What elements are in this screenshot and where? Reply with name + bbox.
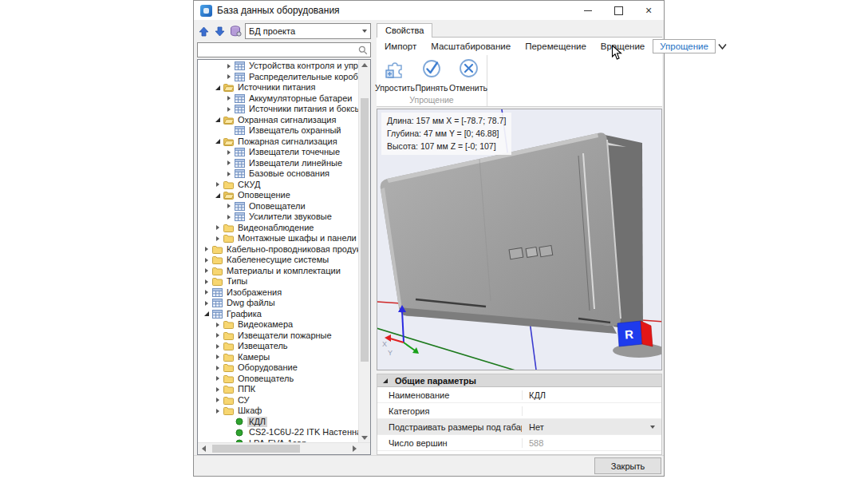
expander-icon[interactable] [225, 213, 233, 221]
ribbon-tab-5[interactable]: Упрощение [653, 39, 716, 53]
database-settings-button[interactable] [229, 24, 242, 38]
database-select[interactable]: БД проекта [245, 23, 371, 39]
ribbon-tab-1[interactable]: Импорт [378, 40, 423, 53]
expander-icon[interactable] [214, 386, 222, 394]
tree-item[interactable]: Устройства контроля и управлен [198, 61, 359, 72]
expander-icon[interactable] [214, 180, 222, 188]
property-value[interactable]: КДЛ [523, 390, 661, 400]
tab-properties[interactable]: Свойства [377, 23, 432, 38]
tree-item[interactable]: Извещатель охранный [198, 125, 359, 137]
tree-item[interactable]: Извещатели пожарные [198, 331, 359, 342]
scroll-left-icon[interactable] [198, 443, 209, 453]
tree-item[interactable]: Кабеленесущие системы [198, 255, 359, 266]
expander-icon[interactable] [214, 342, 222, 350]
tree-item[interactable]: Охранная сигнализация [198, 115, 359, 126]
orientation-cube[interactable]: R [617, 321, 653, 346]
expander-icon[interactable] [214, 407, 222, 415]
tree-item[interactable]: Dwg файлы [198, 298, 359, 309]
dropdown-chevron-icon[interactable] [650, 426, 655, 429]
отменить-button[interactable]: Отменить [450, 57, 487, 93]
tree-item[interactable]: Камеры [198, 352, 359, 363]
expander-icon[interactable] [214, 235, 222, 243]
property-value[interactable]: Нет [523, 422, 661, 432]
property-row[interactable]: Категория [377, 403, 661, 419]
ribbon-tab-3[interactable]: Перемещение [519, 40, 593, 53]
scroll-right-icon[interactable] [349, 443, 360, 453]
tree-item[interactable]: Видеонаблюдение [198, 223, 359, 234]
move-down-button[interactable] [213, 24, 226, 38]
tree-item[interactable]: Источники питания [198, 82, 359, 93]
tree-item[interactable]: Извещатели точечные [198, 147, 359, 158]
expander-icon[interactable] [214, 137, 222, 145]
tree-item[interactable]: Оповещатель [198, 374, 359, 385]
search-input[interactable] [200, 45, 358, 56]
dialog-close-button[interactable]: Закрыть [594, 457, 661, 474]
group-expander-icon[interactable] [381, 377, 389, 385]
expander-icon[interactable] [225, 94, 233, 102]
tree-item[interactable]: Материалы и комплектации [198, 266, 359, 277]
collapse-ribbon-chevron-icon[interactable] [717, 39, 728, 53]
expander-icon[interactable] [214, 331, 222, 339]
expander-icon[interactable] [203, 278, 211, 286]
expander-icon[interactable] [214, 116, 222, 124]
tree-item[interactable]: ППК [198, 384, 359, 395]
tree-item[interactable]: CS2-1C6U-22 ITK Настенная инф.роз [198, 427, 359, 438]
model-3d-viewport[interactable]: Длина: 157 мм X = [-78.7; 78.7]Глубина: … [377, 109, 662, 370]
property-row[interactable]: НаименованиеКДЛ [377, 387, 661, 403]
move-up-button[interactable] [197, 24, 210, 38]
expander-icon[interactable] [203, 299, 211, 307]
horizontal-scroll-thumb[interactable] [212, 445, 300, 453]
tree-item[interactable]: Видеокамера [198, 319, 359, 331]
vertical-scroll-thumb[interactable] [361, 98, 369, 362]
tree-item[interactable]: Аккумуляторные батареи [198, 93, 359, 105]
expander-icon[interactable] [225, 170, 233, 178]
tree-item[interactable]: Пожарная сигнализация [198, 137, 359, 148]
tree-item[interactable]: Монтажные шкафы и панели [198, 233, 359, 244]
expander-icon[interactable] [203, 310, 211, 318]
expander-icon[interactable] [214, 321, 222, 329]
ribbon-tab-2[interactable]: Масштабирование [424, 40, 517, 53]
expander-icon[interactable] [225, 73, 233, 81]
tree-item[interactable]: Изображения [198, 287, 359, 299]
expander-icon[interactable] [214, 374, 222, 382]
ribbon-tab-4[interactable]: Вращение [594, 40, 651, 53]
tree-item[interactable]: КДЛ [198, 417, 359, 428]
tree-item[interactable]: Оповещение [198, 190, 359, 201]
expander-icon[interactable] [225, 105, 233, 113]
tree-item[interactable]: Базовые основания [198, 168, 359, 180]
tree-item[interactable]: Шкаф [198, 406, 359, 417]
maximize-button[interactable] [603, 1, 633, 20]
tree-item[interactable]: Типы [198, 276, 359, 287]
expander-icon[interactable] [225, 159, 233, 167]
expander-icon[interactable] [214, 192, 222, 200]
tree-item[interactable]: СКУД [198, 180, 359, 191]
tree-horizontal-scrollbar[interactable] [198, 442, 370, 454]
expander-icon[interactable] [225, 62, 233, 70]
expander-icon[interactable] [203, 245, 211, 253]
tree-item[interactable]: Кабельно-проводниковая продукция [198, 244, 359, 255]
property-group-header[interactable]: Общие параметры [377, 374, 661, 387]
expander-icon[interactable] [203, 288, 211, 296]
tree-item[interactable]: Извещатели линейные [198, 158, 359, 169]
expander-icon[interactable] [214, 396, 222, 404]
tree-item[interactable]: Источники питания и боксы [198, 104, 359, 115]
property-row[interactable]: Число вершин588 [377, 435, 661, 451]
expander-icon[interactable] [203, 267, 211, 275]
minimize-button[interactable] [573, 1, 603, 20]
tree-item[interactable]: Извещатель [198, 341, 359, 352]
expander-icon[interactable] [225, 148, 233, 156]
tree-item[interactable]: Оповещатели [198, 201, 359, 212]
expander-icon[interactable] [203, 256, 211, 264]
tree-item[interactable]: Распределительные коробки [198, 72, 359, 83]
expander-icon[interactable] [214, 364, 222, 372]
close-button[interactable]: × [633, 1, 664, 20]
упростить-button[interactable]: Упростить [377, 57, 413, 93]
tree-vertical-scrollbar[interactable] [358, 60, 370, 443]
tree-item[interactable]: Оборудование [198, 362, 359, 374]
expander-icon[interactable] [214, 353, 222, 361]
принять-button[interactable]: Принять [413, 57, 450, 93]
tree-item[interactable]: Графика [198, 309, 359, 320]
tree-item[interactable]: СУ [198, 395, 359, 406]
expander-icon[interactable] [214, 84, 222, 92]
expander-icon[interactable] [214, 224, 222, 232]
